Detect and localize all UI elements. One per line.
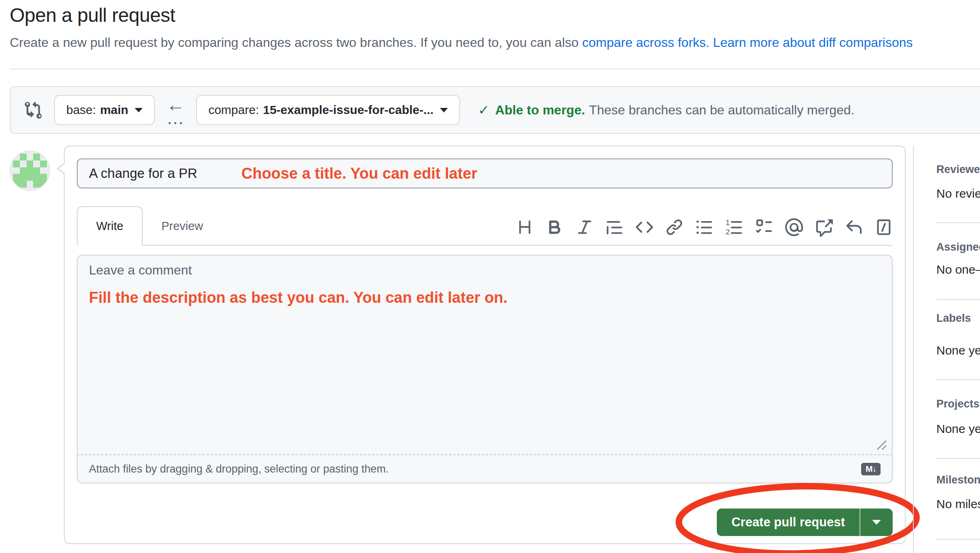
pr-title-value: A change for a PR <box>89 166 197 181</box>
chevron-down-icon <box>440 108 448 112</box>
code-icon <box>636 218 653 236</box>
merge-status: ✓ Able to merge. These branches can be a… <box>478 102 854 118</box>
sidebar-milestone-header[interactable]: Milestone <box>936 474 980 486</box>
heading-button[interactable] <box>516 218 534 236</box>
saved-replies-button[interactable] <box>845 218 863 236</box>
create-pull-request-button[interactable]: Create pull request <box>717 509 860 536</box>
reply-icon <box>845 218 863 236</box>
cross-reference-button[interactable] <box>815 218 833 236</box>
task-list-button[interactable] <box>755 218 773 236</box>
cross-reference-icon <box>815 218 833 236</box>
comment-textarea[interactable]: Leave a comment Fill the description as … <box>77 255 893 455</box>
bold-button[interactable] <box>546 218 564 236</box>
attach-files-bar[interactable]: Attach files by dragging & dropping, sel… <box>77 455 893 483</box>
sidebar-section-divider <box>936 299 980 300</box>
base-branch-prefix: base: <box>66 103 96 117</box>
markdown-toolbar: 12 <box>516 218 893 245</box>
chevron-down-icon <box>135 108 143 112</box>
ellipsis-icon: … <box>166 113 185 123</box>
sidebar-section-divider <box>936 539 980 540</box>
identicon-grid <box>13 154 47 188</box>
ordered-list-button[interactable]: 12 <box>725 218 743 236</box>
svg-text:1: 1 <box>726 218 730 227</box>
sidebar-labels-value: None yet <box>936 344 980 357</box>
create-pr-button-group: Create pull request <box>717 509 893 536</box>
pr-sidebar: Reviewers No reviews Assignees No one—as… <box>936 146 980 553</box>
sidebar-section-divider <box>936 222 980 223</box>
markdown-icon: M↓ <box>861 463 881 475</box>
sidebar-labels-header[interactable]: Labels <box>936 312 971 325</box>
sidebar-assignees-value: No one—assign yourself <box>936 263 980 276</box>
link-icon <box>665 218 683 236</box>
tab-write[interactable]: Write <box>77 206 143 246</box>
sidebar-reviewers-value: No reviews <box>936 187 980 201</box>
attach-files-hint: Attach files by dragging & dropping, sel… <box>89 463 389 475</box>
compare-branch-name: 15-example-issue-for-cable-... <box>263 103 433 117</box>
sidebar-milestone-value: No milestone <box>936 497 980 511</box>
branch-selection-bar: base: main ← … compare: 15-example-issue… <box>10 86 980 134</box>
editor-tab-bar: Write Preview 1 <box>77 206 893 246</box>
resize-grip-icon[interactable] <box>875 438 888 451</box>
git-compare-icon <box>24 101 43 119</box>
compare-across-forks-link[interactable]: compare across forks. <box>582 35 710 50</box>
heading-icon <box>516 218 534 236</box>
tab-preview[interactable]: Preview <box>143 207 222 245</box>
sidebar-projects-value: None yet <box>936 422 980 436</box>
sidebar-reviewers-header[interactable]: Reviewers <box>936 163 980 176</box>
ordered-list-icon: 12 <box>725 218 743 236</box>
sidebar-projects-header[interactable]: Projects <box>936 398 980 410</box>
base-branch-name: main <box>100 103 128 117</box>
header-divider <box>10 69 980 70</box>
merge-status-label: Able to merge. <box>495 103 585 118</box>
unordered-list-button[interactable] <box>695 218 713 236</box>
slash-commands-icon <box>875 218 893 236</box>
italic-button[interactable] <box>576 218 593 236</box>
mention-icon <box>785 218 803 236</box>
quote-button[interactable] <box>606 218 623 236</box>
comment-placeholder: Leave a comment <box>89 263 881 278</box>
sidebar-section-divider <box>936 379 980 380</box>
svg-text:2: 2 <box>726 228 730 236</box>
compare-branch-dropdown[interactable]: compare: 15-example-issue-for-cable-... <box>196 95 460 125</box>
page-header: Open a pull request Create a new pull re… <box>10 4 980 50</box>
create-pr-options-dropdown[interactable] <box>860 509 893 536</box>
pr-title-input[interactable]: A change for a PR Choose a title. You ca… <box>77 158 893 188</box>
italic-icon <box>576 218 593 236</box>
task-list-icon <box>755 218 773 236</box>
link-button[interactable] <box>665 218 683 236</box>
subtitle-text: Create a new pull request by comparing c… <box>10 35 582 50</box>
sidebar-assignees-header[interactable]: Assignees <box>936 241 980 253</box>
avatar <box>10 150 50 191</box>
page-title: Open a pull request <box>10 4 980 26</box>
learn-more-diff-link[interactable]: Learn more about diff comparisons <box>713 35 913 50</box>
code-button[interactable] <box>636 218 653 236</box>
chevron-down-icon <box>872 520 881 525</box>
slash-commands-button[interactable] <box>875 218 893 236</box>
comment-annotation: Fill the description as best you can. Yo… <box>89 289 881 306</box>
title-annotation: Choose a title. You can edit later <box>241 165 477 182</box>
unordered-list-icon <box>695 218 713 236</box>
sidebar-divider <box>913 146 914 553</box>
base-branch-dropdown[interactable]: base: main <box>54 95 155 125</box>
bold-icon <box>546 218 564 236</box>
compare-branch-prefix: compare: <box>208 103 259 117</box>
page-subtitle: Create a new pull request by comparing c… <box>10 35 980 50</box>
quote-icon <box>606 218 623 236</box>
branch-direction-indicator: ← … <box>166 97 185 123</box>
merge-status-detail: These branches can be automatically merg… <box>589 103 854 118</box>
check-icon: ✓ <box>478 102 490 118</box>
mention-button[interactable] <box>785 218 803 236</box>
sidebar-section-divider <box>936 458 980 459</box>
pr-form-card: A change for a PR Choose a title. You ca… <box>64 146 906 544</box>
form-actions: Create pull request <box>77 509 893 536</box>
